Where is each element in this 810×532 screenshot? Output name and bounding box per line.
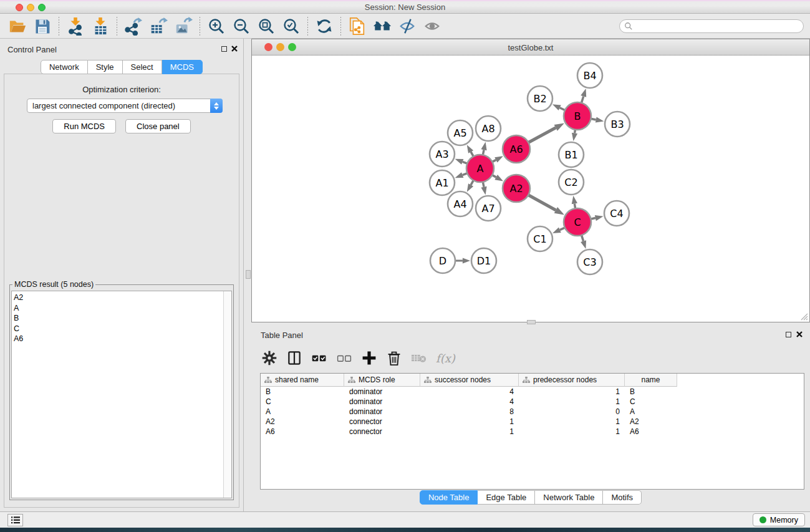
tab-select[interactable]: Select xyxy=(123,60,162,74)
search-field[interactable] xyxy=(619,19,804,33)
float-panel-icon[interactable] xyxy=(786,332,791,337)
search-input[interactable] xyxy=(633,21,803,32)
network-from-file-icon[interactable] xyxy=(345,15,370,37)
table-cell[interactable]: A xyxy=(625,407,677,417)
refresh-icon[interactable] xyxy=(312,15,337,37)
tab-network[interactable]: Network xyxy=(41,60,88,74)
table-cell[interactable]: C xyxy=(625,397,677,407)
table-cell[interactable]: B xyxy=(261,387,344,397)
table-cell[interactable]: 4 xyxy=(420,397,519,407)
column-header-label: successor nodes xyxy=(435,375,491,384)
table-cell[interactable]: A xyxy=(261,407,344,417)
open-session-icon[interactable] xyxy=(5,15,30,37)
optimization-criterion-select[interactable]: largest connected component (directed) xyxy=(27,99,223,113)
gear-icon[interactable] xyxy=(260,349,279,367)
table-cell[interactable]: dominator xyxy=(344,407,420,417)
column-header-MCDS-role[interactable]: MCDS role xyxy=(344,374,420,387)
save-session-icon[interactable] xyxy=(30,15,55,37)
table-cell[interactable]: 4 xyxy=(420,387,519,397)
list-item[interactable]: C xyxy=(14,324,223,334)
column-header-shared-name[interactable]: shared name xyxy=(261,374,344,387)
list-item[interactable]: A xyxy=(14,303,223,314)
run-mcds-button[interactable]: Run MCDS xyxy=(52,119,116,133)
toolbar-separator xyxy=(307,17,308,36)
zoom-out-icon[interactable] xyxy=(229,15,254,37)
tab-style[interactable]: Style xyxy=(88,60,123,74)
hide-graphics-details-icon[interactable] xyxy=(395,15,420,37)
close-panel-icon[interactable] xyxy=(796,331,803,338)
mcds-result-title: MCDS result (5 nodes) xyxy=(12,280,95,289)
table-cell[interactable]: A6 xyxy=(625,427,677,437)
table-cell[interactable]: A2 xyxy=(625,417,677,427)
toolbar-separator xyxy=(340,17,341,36)
table-cell[interactable]: dominator xyxy=(344,387,420,397)
zoom-in-icon[interactable] xyxy=(204,15,229,37)
column-header-successor-nodes[interactable]: successor nodes xyxy=(420,374,519,387)
import-network-icon[interactable] xyxy=(63,15,88,37)
import-table-icon[interactable] xyxy=(88,15,113,37)
scrollbar[interactable] xyxy=(223,291,231,498)
network-window-titlebar[interactable]: testGlobe.txt xyxy=(252,39,809,56)
add-icon[interactable] xyxy=(360,349,378,367)
main-toolbar xyxy=(0,14,810,39)
table-cell[interactable]: connector xyxy=(344,427,420,437)
table-cell[interactable]: 1 xyxy=(519,427,625,437)
table-cell[interactable]: C xyxy=(261,397,344,407)
show-graphics-details-icon[interactable] xyxy=(420,15,445,37)
home-layout-icon[interactable] xyxy=(370,15,395,37)
table-cell[interactable]: 8 xyxy=(420,407,519,417)
graph-node-label: B3 xyxy=(610,118,624,130)
table-cell[interactable]: A6 xyxy=(261,427,344,437)
zoom-selected-icon[interactable] xyxy=(279,15,304,37)
network-canvas[interactable]: B4B2BB3A8A5A6A3B1AA1C2A2A4A7C4CC1C3DD1 xyxy=(252,56,809,322)
table-cell[interactable]: connector xyxy=(344,417,420,427)
column-header-name[interactable]: name xyxy=(625,374,677,387)
column-header-predecessor-nodes[interactable]: predecessor nodes xyxy=(519,374,625,387)
table-cell[interactable]: 1 xyxy=(420,427,519,437)
tab-node-table[interactable]: Node Table xyxy=(420,490,478,505)
control-panel: Control Panel NetworkStyleSelectMCDS Opt… xyxy=(0,39,244,511)
table-row[interactable]: A2connector11A2 xyxy=(261,417,804,427)
delete-icon[interactable] xyxy=(385,349,403,367)
app-titlebar[interactable]: Session: New Session xyxy=(0,0,810,14)
split-divider-grip[interactable] xyxy=(246,270,251,279)
node-table[interactable]: shared nameMCDS rolesuccessor nodesprede… xyxy=(260,373,804,490)
table-cell[interactable]: 1 xyxy=(519,397,625,407)
table-cell[interactable]: 1 xyxy=(519,387,625,397)
table-row[interactable]: Cdominator41C xyxy=(261,397,804,407)
float-panel-icon[interactable] xyxy=(221,46,227,52)
close-panel-button[interactable]: Close panel xyxy=(125,119,191,133)
table-cell[interactable]: 1 xyxy=(420,417,519,427)
export-network-icon[interactable] xyxy=(121,15,146,37)
memory-button[interactable]: Memory xyxy=(753,513,805,526)
mcds-result-list[interactable]: A2ABCA6 xyxy=(11,291,232,498)
table-cell[interactable]: 1 xyxy=(519,417,625,427)
list-item[interactable]: A6 xyxy=(14,334,223,344)
export-image-icon[interactable] xyxy=(171,15,196,37)
deselect-all-icon[interactable] xyxy=(335,349,354,367)
list-item[interactable]: A2 xyxy=(14,293,223,303)
table-cell[interactable]: 0 xyxy=(519,407,625,417)
tab-network-table[interactable]: Network Table xyxy=(535,490,603,505)
table-cell[interactable]: dominator xyxy=(344,397,420,407)
table-row[interactable]: A6connector11A6 xyxy=(261,427,804,437)
edge-arrowhead xyxy=(552,227,561,233)
table-cell[interactable]: A2 xyxy=(261,417,344,427)
split-divider-grip[interactable] xyxy=(527,320,536,324)
zoom-fit-icon[interactable] xyxy=(254,15,279,37)
table-row[interactable]: Adominator80A xyxy=(261,407,804,417)
tab-mcds[interactable]: MCDS xyxy=(162,60,203,74)
select-all-icon[interactable] xyxy=(310,349,329,367)
task-history-button[interactable] xyxy=(7,514,23,526)
graph-node-label: A6 xyxy=(509,143,523,155)
tab-motifs[interactable]: Motifs xyxy=(603,490,642,505)
close-panel-icon[interactable] xyxy=(231,45,238,52)
resize-grip-icon[interactable] xyxy=(799,312,808,321)
tab-edge-table[interactable]: Edge Table xyxy=(478,490,535,505)
columns-icon[interactable] xyxy=(285,349,304,367)
list-item[interactable]: B xyxy=(14,313,223,324)
control-panel-tabs: NetworkStyleSelectMCDS xyxy=(0,60,243,74)
export-table-icon[interactable] xyxy=(146,15,171,37)
table-row[interactable]: Bdominator41B xyxy=(261,387,804,397)
table-cell[interactable]: B xyxy=(625,387,677,397)
